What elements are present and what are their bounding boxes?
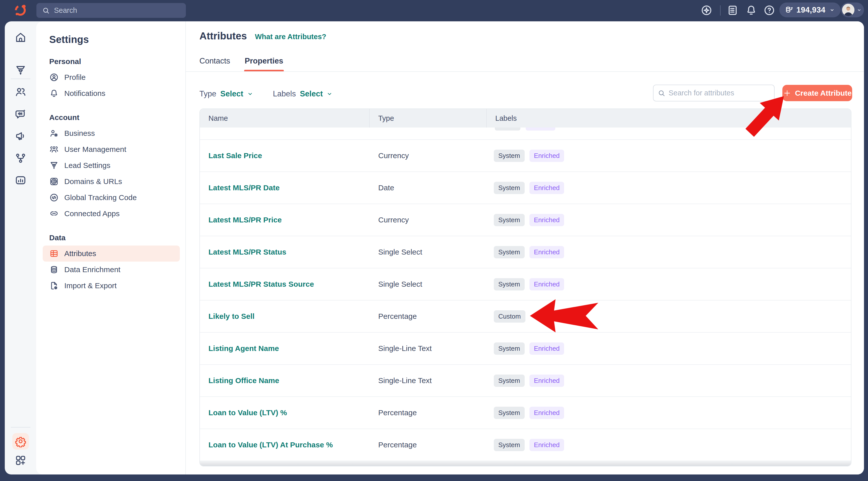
table-row[interactable]: Last Sale PriceCurrencySystemEnriched [200,140,851,172]
sidebar-item-business[interactable]: Business [36,125,185,141]
create-attribute-button[interactable]: Create Attribute [782,85,852,101]
tab-properties[interactable]: Properties [245,57,283,71]
label-badge-enriched: Enriched [529,343,564,355]
label-badge-system: System [494,278,525,290]
tab-contacts[interactable]: Contacts [199,57,230,71]
home-icon[interactable] [14,31,27,43]
partially-scrolled-row [200,128,851,140]
label-badge-enriched: Enriched [529,439,564,451]
badge-sliver [526,128,555,131]
settings-title: Settings [49,33,185,45]
attribute-name-link[interactable]: Loan to Value (LTV) % [200,409,370,417]
tasks-icon[interactable] [726,4,739,16]
database-icon [49,265,59,275]
column-header-labels: Labels [487,109,851,128]
horizontal-scrollbar[interactable] [200,461,851,467]
attribute-search[interactable] [653,85,775,101]
megaphone-icon[interactable] [14,130,27,142]
code-circle-icon [49,193,59,202]
attribute-name-link[interactable]: Listing Agent Name [200,344,370,353]
attribute-name-link[interactable]: Latest MLS/PR Price [200,216,370,224]
labels-filter-select[interactable]: Select [300,89,333,98]
funnel-icon[interactable] [14,64,27,76]
global-search-input[interactable] [54,6,175,14]
sidebar-item-domains-urls[interactable]: Domains & URLs [36,173,185,190]
profile-icon [49,72,59,82]
label-badge-enriched: Enriched [529,182,564,194]
table-row[interactable]: Latest MLS/PR Status SourceSingle Select… [200,268,851,300]
attribute-type: Percentage [370,312,487,321]
label-badge-system: System [494,375,525,387]
gear-icon[interactable] [12,433,29,450]
attribute-type: Date [370,184,487,192]
ai-sparkle-icon[interactable] [701,4,713,16]
credits-database-icon [784,5,794,14]
labels-filter-label: Labels [273,89,296,98]
workflow-icon[interactable] [14,152,27,164]
global-search[interactable] [36,3,186,18]
table-row[interactable]: Listing Office NameSingle-Line TextSyste… [200,365,851,397]
type-filter-select[interactable]: Select [220,89,254,98]
label-badge-enriched: Enriched [529,214,564,226]
attribute-name-link[interactable]: Listing Office Name [200,376,370,385]
attribute-name-link[interactable]: Likely to Sell [200,312,370,321]
notifications-icon[interactable] [745,4,757,16]
sidebar-item-label: Profile [64,73,86,82]
attributes-table: Name Type Labels Last Sale PriceCurrency… [199,108,851,467]
attribute-name-link[interactable]: Latest MLS/PR Date [200,184,370,192]
label-badge-system: System [494,150,525,162]
sidebar-item-attributes[interactable]: Attributes [43,246,180,262]
table-row[interactable]: Latest MLS/PR DateDateSystemEnriched [200,172,851,204]
credits-badge[interactable]: 194,934 [779,2,841,17]
what-are-attributes-link[interactable]: What are Attributes? [255,33,326,41]
table-row[interactable]: Loan to Value (LTV) %PercentageSystemEnr… [200,397,851,429]
table-row[interactable]: Likely to SellPercentageCustom [200,300,851,333]
sidebar-item-label: Attributes [64,249,96,258]
sidebar-item-import-export[interactable]: Import & Export [36,278,185,294]
chevron-down-icon [246,90,254,98]
attribute-labels: SystemEnriched [487,150,851,162]
attribute-name-link[interactable]: Loan to Value (LTV) At Purchase % [200,441,370,449]
sidebar-item-user-management[interactable]: User Management [36,141,185,157]
user-menu[interactable] [841,2,864,17]
sidebar-item-connected-apps[interactable]: Connected Apps [36,205,185,222]
attribute-labels: SystemEnriched [487,407,851,419]
sidebar-item-notifications[interactable]: Notifications [36,85,185,101]
rail-divider [11,427,30,427]
type-filter-label: Type [199,89,216,98]
table-row[interactable]: Latest MLS/PR StatusSingle SelectSystemE… [200,236,851,268]
attribute-search-input[interactable] [669,89,764,97]
attribute-name-link[interactable]: Last Sale Price [200,151,370,160]
attribute-name-link[interactable]: Latest MLS/PR Status [200,248,370,256]
label-badge-enriched: Enriched [529,278,564,290]
table-row[interactable]: Listing Agent NameSingle-Line TextSystem… [200,333,851,365]
file-gear-icon [49,281,59,290]
help-icon[interactable] [763,4,775,16]
table-row[interactable]: Loan to Value (LTV) At Purchase %Percent… [200,429,851,461]
avatar [842,4,855,16]
sidebar-item-label: Lead Settings [64,161,110,170]
label-badge-enriched: Enriched [529,407,564,419]
sidebar-item-profile[interactable]: Profile [36,69,185,85]
attribute-type: Single-Line Text [370,376,487,385]
sidebar-item-label: Business [64,129,95,137]
attribute-labels: SystemEnriched [487,375,851,387]
app-logo[interactable] [13,3,27,17]
label-badge-enriched: Enriched [529,150,564,162]
table-row[interactable]: Latest MLS/PR PriceCurrencySystemEnriche… [200,204,851,236]
attribute-type: Single Select [370,248,487,256]
sidebar-item-data-enrichment[interactable]: Data Enrichment [36,262,185,278]
sidebar-item-label: Connected Apps [64,210,120,218]
sidebar-item-global-tracking-code[interactable]: Global Tracking Code [36,190,185,205]
main-header: Attributes What are Attributes? [199,30,326,42]
apps-plus-icon[interactable] [14,454,27,467]
chat-ai-icon[interactable] [14,108,27,120]
chart-icon[interactable] [14,174,27,186]
label-badge-custom: Custom [494,310,525,323]
people-icon[interactable] [14,86,27,98]
link-icon [49,209,59,218]
attribute-name-link[interactable]: Latest MLS/PR Status Source [200,280,370,288]
sidebar-item-lead-settings[interactable]: Lead Settings [36,157,185,173]
label-badge-system: System [494,182,525,194]
sidebar-rail [5,21,36,475]
